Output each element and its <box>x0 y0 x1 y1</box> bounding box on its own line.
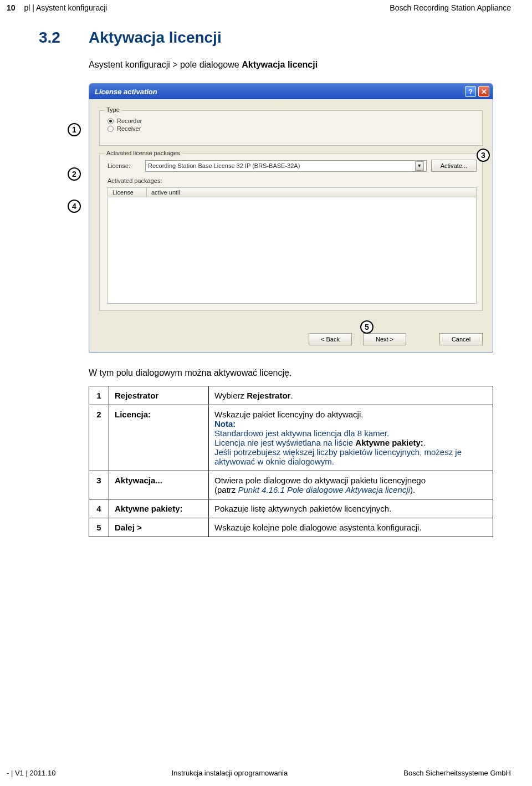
desc-text: ). <box>410 485 415 494</box>
radio-icon <box>108 126 114 132</box>
callout-4: 4 <box>68 200 81 213</box>
dialog-footer: < Back Next > Cancel <box>89 326 493 352</box>
callout-3: 3 <box>477 149 490 162</box>
table-row: 1 Rejestrator Wybierz Rejestrator. <box>89 386 493 405</box>
row-num: 3 <box>89 471 109 499</box>
license-select[interactable]: Recording Station Base License 32 IP (BR… <box>145 160 427 172</box>
content-area: 3.2Aktywacja licencji Asystent konfigura… <box>0 12 532 537</box>
desc-text: Wybierz <box>214 391 247 400</box>
desc-text: Jeśli potrzebujesz większej liczby pakie… <box>214 447 487 466</box>
row-desc: Otwiera pole dialogowe do aktywacji paki… <box>209 471 493 499</box>
desc-text: Licencja nie jest wyświetlana na liście … <box>214 438 487 447</box>
page-footer: - | V1 | 2011.10 Instrukcja instalacji o… <box>0 769 532 777</box>
header-section: pl | Asystent konfiguracji <box>24 3 107 12</box>
row-num: 1 <box>89 386 109 405</box>
narrative-text: W tym polu dialogowym można aktywować li… <box>89 368 493 378</box>
row-num: 2 <box>89 405 109 471</box>
row-label: Aktywacja... <box>109 471 209 499</box>
row-num: 4 <box>89 499 109 518</box>
footer-left: - | V1 | 2011.10 <box>7 769 55 777</box>
desc-text: . <box>423 438 426 447</box>
col-active-until: active until <box>147 188 476 197</box>
desc-text: Licencja nie jest wyświetlana na liście <box>214 438 355 447</box>
table-row: 3 Aktywacja... Otwiera pole dialogowe do… <box>89 471 493 499</box>
section-heading: 3.2Aktywacja licencji <box>39 29 493 47</box>
dialog-title: License activation <box>93 88 463 96</box>
footer-right: Bosch Sicherheitssysteme GmbH <box>403 769 511 777</box>
dialog-figure: License activation ? ✕ Type Recorder Rec… <box>89 83 493 353</box>
activated-packages-fieldset: Activated license packages License: Reco… <box>99 154 483 311</box>
row-label: Dalej > <box>109 518 209 537</box>
path-target: Aktywacja licencji <box>242 60 318 69</box>
license-label: License: <box>108 162 141 169</box>
desc-text: (patrz Punkt 4.16.1 Pole dialogowe Aktyw… <box>214 485 487 494</box>
license-value: Recording Station Base License 32 IP (BR… <box>148 162 300 169</box>
back-button[interactable]: < Back <box>309 333 352 345</box>
help-button[interactable]: ? <box>465 86 476 97</box>
row-label: Rejestrator <box>109 386 209 405</box>
col-license: License <box>108 188 147 197</box>
breadcrumb-path: Asystent konfiguracji > pole dialogowe A… <box>89 60 493 70</box>
page-number: 10 <box>7 3 16 12</box>
desc-bold: Aktywne pakiety: <box>355 438 423 447</box>
table-row: 4 Aktywne pakiety: Pokazuje listę aktywn… <box>89 499 493 518</box>
table-row: 2 Licencja: Wskazuje pakiet licencyjny d… <box>89 405 493 471</box>
package-list-header: License active until <box>108 188 476 197</box>
license-activation-dialog: License activation ? ✕ Type Recorder Rec… <box>89 83 493 353</box>
desc-text: Wskazuje pakiet licencyjny do aktywacji. <box>214 410 487 419</box>
document-page: 10 pl | Asystent konfiguracji Bosch Reco… <box>0 0 532 786</box>
desc-text: Otwiera pole dialogowe do aktywacji paki… <box>214 476 487 485</box>
page-header: 10 pl | Asystent konfiguracji Bosch Reco… <box>0 0 532 12</box>
dialog-titlebar: License activation ? ✕ <box>89 84 493 99</box>
row-desc: Wskazuje kolejne pole dialogowe asystent… <box>209 518 493 537</box>
activated-packages-list[interactable]: License active until <box>108 187 477 304</box>
header-right: Bosch Recording Station Appliance <box>390 3 511 12</box>
dialog-body: Type Recorder Receiver Activated license… <box>89 99 493 326</box>
path-prefix: Asystent konfiguracji > pole dialogowe <box>89 60 242 69</box>
desc-text: (patrz <box>214 485 238 494</box>
type-legend: Type <box>104 106 122 113</box>
callout-2: 2 <box>68 167 81 181</box>
row-desc: Pokazuje listę aktywnych pakietów licenc… <box>209 499 493 518</box>
header-left: 10 pl | Asystent konfiguracji <box>7 3 107 12</box>
desc-bold: Rejestrator <box>247 391 290 400</box>
type-fieldset: Type Recorder Receiver <box>99 110 483 146</box>
receiver-label: Receiver <box>117 125 141 132</box>
close-icon: ✕ <box>481 88 487 96</box>
footer-center: Instrukcja instalacji oprogramowania <box>172 769 288 777</box>
activate-button[interactable]: Activate... <box>431 160 477 172</box>
recorder-radio-row[interactable]: Recorder <box>108 118 477 124</box>
row-label: Aktywne pakiety: <box>109 499 209 518</box>
help-icon: ? <box>468 88 473 96</box>
row-desc: Wskazuje pakiet licencyjny do aktywacji.… <box>209 405 493 471</box>
cancel-button[interactable]: Cancel <box>439 333 483 345</box>
desc-text: . <box>290 391 293 400</box>
receiver-radio-row[interactable]: Receiver <box>108 125 477 132</box>
chevron-down-icon: ▼ <box>415 161 424 171</box>
next-button[interactable]: Next > <box>363 333 406 345</box>
table-row: 5 Dalej > Wskazuje kolejne pole dialogow… <box>89 518 493 537</box>
row-desc: Wybierz Rejestrator. <box>209 386 493 405</box>
radio-icon <box>108 118 114 124</box>
callout-1: 1 <box>68 123 81 136</box>
desc-text: Standardowo jest aktywna licencja dla 8 … <box>214 428 487 438</box>
alp-legend: Activated license packages <box>104 150 182 156</box>
callout-5: 5 <box>360 320 374 334</box>
section-number: 3.2 <box>39 29 89 47</box>
activated-packages-label: Activated packages: <box>108 177 477 184</box>
cross-reference-link[interactable]: Punkt 4.16.1 Pole dialogowe Aktywacja li… <box>238 485 410 494</box>
row-num: 5 <box>89 518 109 537</box>
row-label: Licencja: <box>109 405 209 471</box>
recorder-label: Recorder <box>117 118 142 124</box>
nota-label: Nota: <box>214 419 487 428</box>
close-button[interactable]: ✕ <box>478 86 489 97</box>
section-title: Aktywacja licencji <box>89 29 222 46</box>
license-row: License: Recording Station Base License … <box>108 160 477 172</box>
description-table: 1 Rejestrator Wybierz Rejestrator. 2 Lic… <box>89 386 493 537</box>
